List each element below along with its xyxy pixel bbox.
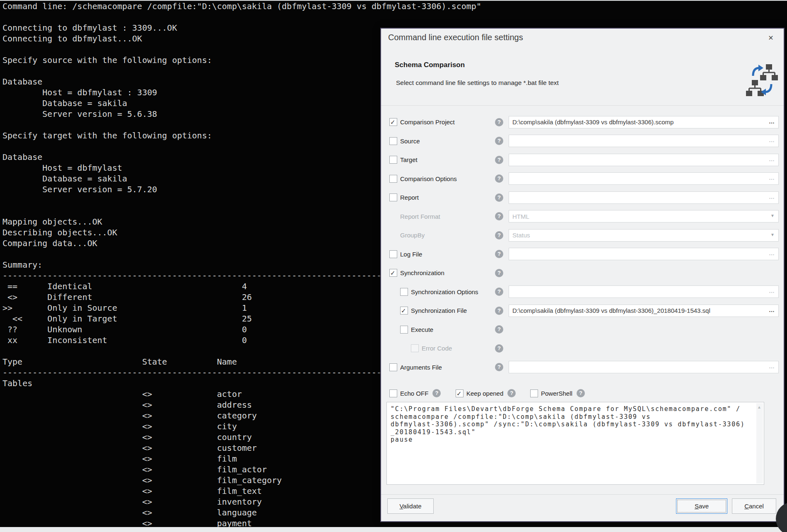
echo-off-label: Echo OFF [400, 390, 428, 397]
help-icon[interactable]: ? [495, 288, 503, 296]
checkbox-arguments-file[interactable] [389, 363, 397, 371]
help-icon[interactable]: ? [495, 344, 503, 353]
row-synchronization-options: Synchronization Options?… [381, 283, 784, 302]
help-icon[interactable]: ? [432, 389, 441, 397]
powershell-option: PowerShell ? [530, 387, 585, 400]
save-button[interactable]: Save [676, 498, 727, 514]
close-icon[interactable]: ✕ [765, 33, 776, 44]
chevron-down-icon: ▼ [770, 232, 775, 237]
browse-button[interactable]: … [769, 118, 775, 125]
label-groupby: GroupBy [400, 232, 425, 239]
label-synchronization-file: Synchronization File [411, 307, 467, 314]
cancel-button[interactable]: Cancel [732, 498, 776, 514]
row-groupby: GroupBy?Status▼ [381, 226, 784, 245]
row-error-code: Error Code? [381, 339, 784, 358]
checkbox-error-code [411, 344, 419, 352]
browse-button[interactable]: … [769, 156, 775, 162]
field-synchronization-file[interactable]: D:\comp\sakila (dbfmylast-3309 vs dbfmyl… [509, 305, 779, 317]
field-value: D:\comp\sakila (dbfmylast-3309 vs dbfmyl… [512, 118, 674, 126]
label-report-format: Report Format [400, 213, 440, 220]
help-icon[interactable]: ? [507, 389, 516, 397]
label-source: Source [400, 138, 420, 145]
browse-button[interactable]: … [769, 363, 775, 370]
field-report[interactable]: … [509, 191, 779, 204]
browse-button[interactable]: … [769, 307, 775, 313]
command-line-settings-dialog: Command line execution file settings ✕ S… [380, 28, 785, 522]
checkbox-target[interactable] [389, 156, 397, 164]
browse-button[interactable]: … [769, 288, 775, 294]
browse-button[interactable]: … [769, 137, 775, 143]
field-target[interactable]: … [509, 154, 779, 166]
help-icon[interactable]: ? [495, 250, 503, 258]
browse-button[interactable]: … [769, 193, 775, 200]
checkbox-synchronization-file[interactable] [400, 307, 408, 314]
checkbox-keep-opened[interactable] [456, 389, 464, 397]
field-comparison-project[interactable]: D:\comp\sakila (dbfmylast-3309 vs dbfmyl… [509, 116, 779, 128]
field-value: Status [512, 232, 530, 239]
row-source: Source?… [381, 132, 784, 151]
help-icon[interactable]: ? [495, 231, 503, 239]
help-icon[interactable]: ? [495, 212, 503, 220]
screen: Command line: /schemacompare /compfile:"… [0, 0, 787, 532]
footer-separator [381, 494, 784, 495]
dialog-title: Command line execution file settings [388, 33, 523, 42]
row-target: Target?… [381, 150, 784, 169]
checkbox-execute[interactable] [400, 326, 408, 334]
row-synchronization: Synchronization? [381, 264, 784, 283]
label-comparison-options: Comparison Options [400, 175, 457, 182]
label-synchronization: Synchronization [400, 269, 444, 276]
browse-button[interactable]: … [769, 250, 775, 256]
bat-file-text-box[interactable]: "C:\Program Files\Devart\dbForge Schema … [386, 402, 764, 485]
label-comparison-project: Comparison Project [400, 118, 455, 126]
field-value: HTML [512, 213, 529, 220]
help-icon[interactable]: ? [495, 137, 503, 145]
help-icon[interactable]: ? [495, 174, 503, 183]
schema-comparison-heading: Schema Comparison [395, 61, 465, 69]
checkbox-report[interactable] [389, 193, 397, 201]
label-error-code: Error Code [422, 345, 452, 352]
powershell-label: PowerShell [541, 390, 572, 397]
checkbox-comparison-project[interactable] [389, 118, 397, 126]
checkbox-source[interactable] [389, 137, 397, 145]
settings-rows: Comparison Project?D:\comp\sakila (dbfmy… [381, 113, 784, 377]
schema-compare-icon [746, 63, 780, 97]
field-comparison-options[interactable]: … [509, 172, 779, 185]
checkbox-synchronization[interactable] [389, 269, 397, 277]
help-icon[interactable]: ? [495, 193, 503, 202]
label-log-file: Log File [400, 251, 422, 258]
label-target: Target [400, 156, 418, 163]
checkbox-echo-off[interactable] [389, 389, 397, 397]
chevron-down-icon: ▼ [770, 213, 775, 218]
field-value: D:\comp\sakila (dbfmylast-3309 vs dbfmyl… [512, 307, 710, 314]
row-comparison-project: Comparison Project?D:\comp\sakila (dbfmy… [381, 113, 784, 132]
help-icon[interactable]: ? [495, 118, 503, 126]
help-icon[interactable]: ? [495, 325, 503, 334]
field-synchronization-options[interactable]: … [509, 285, 779, 298]
scrollbar[interactable]: ▲ [756, 403, 763, 484]
scroll-up-icon[interactable]: ▲ [757, 405, 761, 409]
help-icon[interactable]: ? [577, 389, 585, 397]
window-top-edge [0, 0, 787, 1]
label-report: Report [400, 194, 419, 201]
label-synchronization-options: Synchronization Options [411, 288, 478, 295]
checkbox-synchronization-options[interactable] [400, 288, 408, 296]
browse-button[interactable]: … [769, 174, 775, 181]
label-execute: Execute [411, 326, 433, 333]
keep-opened-option: Keep opened ? [456, 387, 516, 400]
checkbox-log-file[interactable] [389, 250, 397, 258]
help-icon[interactable]: ? [495, 307, 503, 315]
validate-button[interactable]: Validate [387, 498, 434, 514]
checkbox-comparison-options[interactable] [389, 175, 397, 183]
taskbar-edge [0, 527, 787, 532]
field-log-file[interactable]: … [509, 248, 779, 260]
help-icon[interactable]: ? [495, 363, 503, 371]
checkbox-powershell[interactable] [530, 389, 538, 397]
row-comparison-options: Comparison Options?… [381, 169, 784, 189]
field-source[interactable]: … [509, 135, 779, 147]
help-icon[interactable]: ? [495, 156, 503, 164]
row-log-file: Log File?… [381, 245, 784, 264]
field-arguments-file[interactable]: … [509, 361, 779, 373]
header-separator [381, 105, 784, 106]
bat-file-text: "C:\Program Files\Devart\dbForge Schema … [391, 405, 745, 444]
help-icon[interactable]: ? [495, 269, 503, 277]
